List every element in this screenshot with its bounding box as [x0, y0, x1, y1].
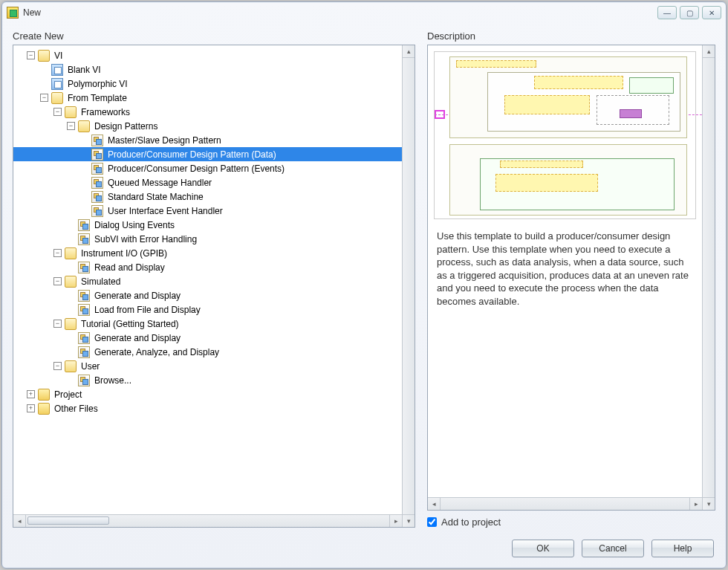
scroll-left-icon[interactable]: ◂ — [13, 515, 26, 527]
scroll-up-icon[interactable]: ▴ — [403, 45, 415, 58]
tree-item-blank-vi[interactable]: Blank VI — [13, 62, 402, 77]
collapse-icon[interactable]: − — [27, 51, 35, 59]
tree-item-master-slave[interactable]: Master/Slave Design Pattern — [13, 133, 402, 147]
expand-icon[interactable]: + — [27, 404, 35, 412]
app-icon — [7, 7, 19, 19]
description-text: Use this template to build a producer/co… — [428, 224, 702, 317]
tree-item-producer-consumer-events[interactable]: Producer/Consumer Design Pattern (Events… — [13, 161, 402, 175]
add-to-project-label: Add to project — [441, 516, 501, 528]
template-preview — [428, 45, 702, 224]
folder-icon — [38, 50, 50, 62]
tree-item-load-from-file[interactable]: Load from File and Display — [13, 302, 402, 317]
tree-item-simulated[interactable]: − Simulated — [13, 274, 402, 288]
titlebar: New — ▢ ✕ — [2, 2, 726, 23]
scroll-down-icon[interactable]: ▾ — [703, 497, 715, 510]
collapse-icon[interactable]: − — [67, 122, 75, 130]
tree-item-subvi-error[interactable]: SubVI with Error Handling — [13, 232, 402, 246]
template-icon — [78, 219, 90, 231]
help-button[interactable]: Help — [651, 540, 714, 557]
cancel-button[interactable]: Cancel — [582, 540, 644, 557]
collapse-icon[interactable]: − — [40, 94, 48, 102]
template-icon — [78, 375, 90, 386]
folder-icon — [65, 318, 77, 330]
scroll-right-icon[interactable]: ▸ — [689, 498, 702, 510]
tree-item-read-display[interactable]: Read and Display — [13, 260, 402, 274]
create-new-label: Create New — [13, 30, 415, 42]
description-panel: Description — [427, 30, 715, 528]
template-icon — [91, 205, 103, 217]
tree-item-generate-display-2[interactable]: Generate and Display — [13, 331, 402, 345]
dialog-footer: OK Cancel Help — [2, 531, 726, 568]
tree-item-producer-consumer-data[interactable]: Producer/Consumer Design Pattern (Data) — [13, 147, 402, 161]
tree-item-user[interactable]: − User — [13, 359, 402, 373]
template-icon — [91, 191, 103, 203]
tree-item-design-patterns[interactable]: − Design Patterns — [13, 119, 402, 133]
scroll-down-icon[interactable]: ▾ — [403, 514, 415, 527]
collapse-icon[interactable]: − — [53, 249, 62, 257]
tree-item-from-template[interactable]: − From Template — [13, 91, 402, 105]
template-icon — [91, 149, 103, 161]
tree-item-state-machine[interactable]: Standard State Machine — [13, 190, 402, 204]
tree-item-other-files[interactable]: + Other Files — [13, 401, 402, 415]
create-new-panel: Create New − VI — [13, 30, 415, 528]
dialog-window: New — ▢ ✕ Create New − VI — [1, 1, 727, 569]
vertical-scrollbar[interactable]: ▴ ▾ — [402, 45, 415, 527]
tree-item-tutorial[interactable]: − Tutorial (Getting Started) — [13, 317, 402, 331]
folder-icon — [38, 389, 50, 401]
vi-icon — [51, 78, 63, 90]
tree-item-browse[interactable]: Browse... — [13, 373, 402, 387]
collapse-icon[interactable]: − — [53, 362, 62, 370]
minimize-button[interactable]: — — [657, 6, 677, 19]
folder-icon — [78, 120, 90, 132]
template-icon — [91, 177, 103, 189]
vi-icon — [51, 64, 63, 76]
scroll-left-icon[interactable]: ◂ — [428, 498, 441, 510]
tree-item-queued-message[interactable]: Queued Message Handler — [13, 175, 402, 190]
template-icon — [78, 332, 90, 344]
folder-icon — [51, 92, 63, 104]
collapse-icon[interactable]: − — [53, 108, 62, 116]
tree-item-ui-event-handler[interactable]: User Interface Event Handler — [13, 204, 402, 218]
tree-item-generate-analyze[interactable]: Generate, Analyze, and Display — [13, 345, 402, 359]
template-icon — [78, 346, 90, 358]
tree-item-polymorphic-vi[interactable]: Polymorphic VI — [13, 77, 402, 91]
dialog-body: Create New − VI — [2, 23, 726, 531]
expand-icon[interactable]: + — [27, 390, 35, 398]
template-icon — [78, 262, 90, 273]
block-diagram-thumbnail — [434, 51, 696, 219]
template-icon — [91, 163, 103, 175]
scroll-thumb[interactable] — [27, 516, 109, 525]
desc-vertical-scrollbar[interactable]: ▴ ▾ — [702, 45, 715, 510]
ok-button[interactable]: OK — [512, 540, 574, 557]
scroll-up-icon[interactable]: ▴ — [703, 45, 715, 58]
template-icon — [78, 233, 90, 245]
tree-item-dialog-events[interactable]: Dialog Using Events — [13, 218, 402, 232]
tree-item-project[interactable]: + Project — [13, 387, 402, 401]
template-icon — [78, 290, 90, 302]
folder-icon — [65, 247, 77, 259]
collapse-icon[interactable]: − — [53, 320, 62, 328]
close-button[interactable]: ✕ — [702, 6, 721, 19]
tree-item-generate-display[interactable]: Generate and Display — [13, 288, 402, 302]
window-title: New — [23, 7, 41, 18]
collapse-icon[interactable]: − — [53, 277, 62, 285]
template-icon — [91, 135, 103, 146]
template-tree[interactable]: − VI Blank VI — [13, 45, 415, 528]
folder-icon — [65, 106, 77, 118]
description-box: Use this template to build a producer/co… — [427, 45, 715, 511]
tree-content: − VI Blank VI — [13, 45, 402, 514]
scroll-right-icon[interactable]: ▸ — [389, 515, 402, 527]
add-to-project-checkbox[interactable] — [427, 517, 437, 527]
folder-icon — [65, 360, 77, 372]
folder-icon — [38, 403, 50, 415]
desc-horizontal-scrollbar[interactable]: ◂ ▸ — [428, 497, 702, 510]
tree-item-instrument-io[interactable]: − Instrument I/O (GPIB) — [13, 246, 402, 260]
horizontal-scrollbar[interactable]: ◂ ▸ — [13, 514, 402, 527]
tree-item-frameworks[interactable]: − Frameworks — [13, 105, 402, 119]
template-icon — [78, 304, 90, 316]
tree-item-vi[interactable]: − VI — [13, 48, 402, 62]
maximize-button[interactable]: ▢ — [680, 6, 699, 19]
add-to-project-row[interactable]: Add to project — [427, 516, 715, 528]
folder-icon — [65, 276, 77, 288]
description-label: Description — [427, 30, 715, 42]
